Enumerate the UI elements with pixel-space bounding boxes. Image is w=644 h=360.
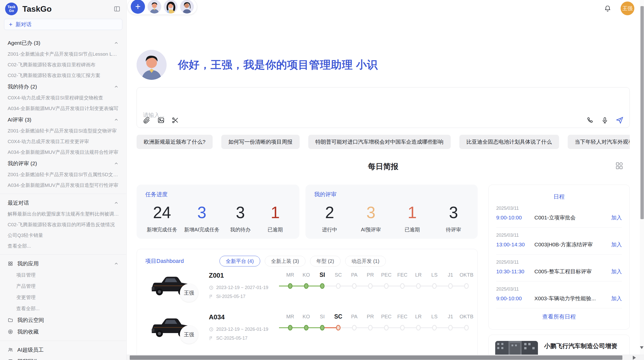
schedule-date: 2025/03/11: [496, 233, 622, 238]
horizontal-scrollbar[interactable]: [127, 355, 644, 360]
section-my-todo[interactable]: 我的待办 (2): [0, 81, 126, 93]
app-item-product-mgmt[interactable]: 产品管理: [0, 281, 126, 292]
section-my-review[interactable]: 我的评审 (2): [0, 158, 126, 169]
sidebar: Task Go TaskGo + 新对话 Agent已办 (3) Z001-全新…: [0, 0, 127, 360]
milestone-label: J1: [448, 314, 453, 320]
flag-icon: [209, 294, 214, 299]
assistant-avatar-1[interactable]: [148, 0, 161, 13]
voice-call-button[interactable]: [586, 116, 594, 125]
app-logo: Task Go: [5, 3, 18, 15]
section-title: 我的评审 (2): [8, 160, 37, 167]
join-link[interactable]: 加入: [611, 295, 622, 302]
chat-input-card[interactable]: [137, 87, 630, 128]
tab-new-body[interactable]: 全新上装 (3): [265, 256, 305, 266]
join-link[interactable]: 加入: [611, 214, 622, 221]
tab-model-year[interactable]: 年型 (2): [310, 256, 341, 266]
sidebar-task-item[interactable]: Z001-全新燃油轻卡产品开发项目SI节点属性5D文件评审: [0, 169, 126, 180]
section-agent-done[interactable]: Agent已办 (3): [0, 37, 126, 49]
recent-chat-item[interactable]: 解释最新出台的欧盟报废车法规再生塑料比例被调至15%...: [0, 209, 126, 219]
sidebar-item-favorites[interactable]: 我的收藏: [0, 326, 126, 338]
project-row[interactable]: 王强 A034 2023-12-19 ~ 2026-01-19: [145, 312, 469, 350]
schedule-date: 2025/03/11: [496, 260, 622, 265]
sidebar-toggle-button[interactable]: [113, 5, 121, 13]
vertical-scrollbar[interactable]: [640, 0, 644, 355]
sidebar-task-item[interactable]: Z001-全新燃油轻卡产品开发项目SI造型提交物评审: [0, 126, 126, 136]
chevron-up-icon: [114, 261, 119, 266]
tab-powertrain[interactable]: 动总开发 (1): [345, 256, 386, 266]
sidebar-task-item[interactable]: C02-飞腾新能源轻客改款项目立项汇报方案: [0, 70, 126, 81]
user-avatar[interactable]: 王强: [621, 2, 634, 15]
suggestion-chip[interactable]: 欧洲新规最近颁布了什么?: [137, 135, 213, 149]
paperclip-icon: [143, 116, 151, 124]
milestone-dot: [384, 283, 389, 289]
project-row[interactable]: 王强 Z001 2023-12-19 ~ 2027-01-19: [145, 271, 469, 308]
app-item-change-mgmt[interactable]: 变更管理: [0, 292, 126, 303]
recent-view-all[interactable]: 查看全部...: [0, 241, 126, 251]
layout-switch-button[interactable]: [615, 161, 624, 170]
metric: 3 我的待办: [226, 203, 254, 233]
metric-label: AI预评审: [361, 226, 381, 233]
metric-value: 3: [197, 203, 207, 222]
scroll-down-arrow[interactable]: [640, 346, 643, 349]
metric-label: 待评审: [446, 226, 461, 233]
horizontal-scrollbar-thumb[interactable]: [130, 355, 622, 360]
sidebar-item-label: 我的应用: [17, 260, 39, 267]
sidebar-task-item[interactable]: C02-飞腾新能源轻客改款项目里程碑画布: [0, 59, 126, 70]
milestone-timeline: MR KO SI SC PA PR PEC FEC LR LS J1: [283, 313, 469, 344]
milestone-dot-done: [304, 325, 309, 331]
logo-line2: Go: [9, 9, 14, 13]
apps-view-all[interactable]: 查看全部...: [0, 303, 126, 314]
section-recent-chats[interactable]: 最近对话: [0, 197, 126, 209]
project-milestone-text: SC-2025-05-17: [216, 336, 247, 341]
view-all-schedule-link[interactable]: 查看所有日程: [496, 313, 622, 321]
suggestion-chip[interactable]: 比亚迪全固态电池计划具体说了什么: [459, 135, 559, 149]
send-button[interactable]: [615, 116, 624, 125]
schedule-name: C001-立项审批会: [534, 214, 611, 221]
suggestion-chip[interactable]: 当下年轻人对汽车外观有怎样的喜好趋势: [568, 135, 630, 149]
new-chat-button[interactable]: + 新对话: [4, 19, 122, 30]
scissors-icon: [171, 116, 179, 124]
suggestion-chip[interactable]: 特朗普可能对进口汽车增税会对中国车企造成哪些影响: [308, 135, 451, 149]
app-root: Task Go TaskGo + 新对话 Agent已办 (3) Z001-全新…: [0, 0, 644, 360]
schedule-date: 2025/03/11: [496, 206, 622, 211]
join-link[interactable]: 加入: [611, 268, 622, 275]
sidebar-item-help-write[interactable]: 帮我写作: [0, 356, 126, 360]
milestone-dot: [448, 283, 453, 289]
sidebar-task-item[interactable]: Z001-全新燃油皮卡产品开发项目SI节点Lesson Learn报告: [0, 49, 126, 59]
project-info: Z001 2023-12-19 ~ 2027-01-19 SI-2025-05-…: [209, 271, 283, 308]
snippet-button[interactable]: [171, 116, 180, 125]
divider: [0, 341, 126, 341]
vertical-scrollbar-thumb[interactable]: [640, 6, 644, 219]
attach-button[interactable]: [142, 116, 151, 125]
sidebar-item-label: 帮我写作: [17, 358, 39, 360]
sidebar-item-my-apps[interactable]: 我的应用: [0, 258, 126, 269]
microphone-button[interactable]: [601, 116, 609, 125]
sidebar-task-item[interactable]: A034-全新新能源MUV产品开发项目法规符合性评审: [0, 147, 126, 158]
sidebar-item-ai-employee[interactable]: AI超级员工: [0, 344, 126, 356]
image-upload-button[interactable]: [157, 116, 165, 125]
assistant-avatar-3[interactable]: [180, 0, 194, 13]
milestone-label: SC: [335, 272, 342, 278]
milestone-dot: [400, 325, 405, 331]
tab-new-platform[interactable]: 全新平台 (4): [219, 256, 260, 266]
assistant-avatar-2[interactable]: [164, 0, 178, 13]
sidebar-item-cloud-space[interactable]: 我的云空间: [0, 314, 126, 326]
timeline-progress-line: [279, 327, 322, 328]
scroll-right-arrow[interactable]: [633, 356, 636, 360]
divider: [0, 194, 126, 194]
sidebar-task-item[interactable]: A034-全新新能源MUV产品开发项目计划变更表编写: [0, 103, 126, 114]
sidebar-task-item[interactable]: C0X4-动力总成开发项目工程变更评审: [0, 136, 126, 147]
app-item-project-mgmt[interactable]: 项目管理: [0, 269, 126, 281]
suggestion-chip[interactable]: 如何写一份清晰的项目周报: [221, 135, 300, 149]
schedule-time: 10:30-11:30: [496, 268, 534, 275]
recent-chat-item[interactable]: 公司Q3轻卡销量: [0, 230, 126, 241]
notification-bell-button[interactable]: [604, 5, 611, 12]
section-ai-review[interactable]: AI评审 (3): [0, 114, 126, 126]
chevron-up-icon: [114, 200, 119, 205]
metric-label: 新增完成任务: [147, 226, 177, 233]
recent-chat-item[interactable]: C02-飞腾新能源轻客改款项目的闭环通告反馈情况: [0, 219, 126, 230]
add-assistant-button[interactable]: +: [131, 0, 145, 14]
sidebar-task-item[interactable]: C0X4-动力总成开发项目SI里程碑提交物检查: [0, 93, 126, 103]
sidebar-task-item[interactable]: A034-全新新能源MUV产品开发项目造型可行性评审: [0, 180, 126, 191]
join-link[interactable]: 加入: [611, 241, 622, 248]
